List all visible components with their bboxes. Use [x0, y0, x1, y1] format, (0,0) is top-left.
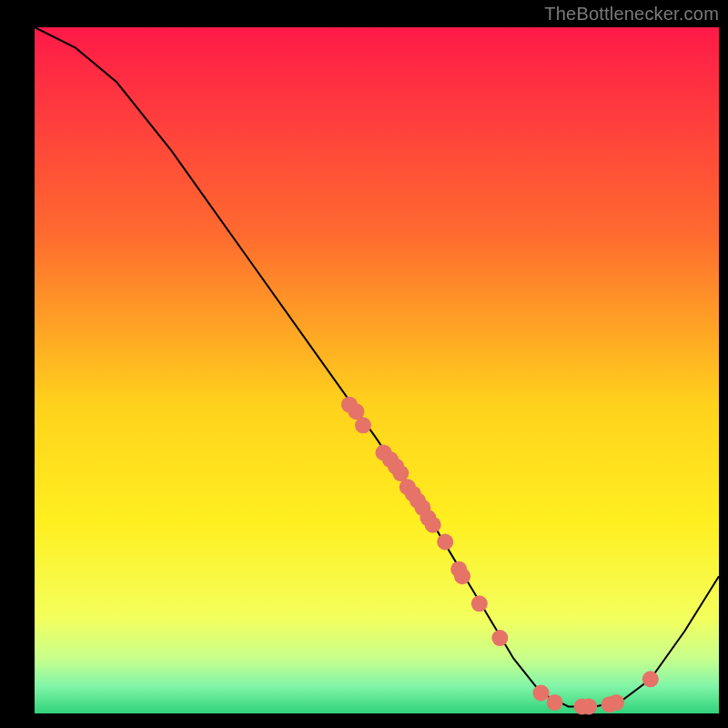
data-point: [454, 568, 470, 584]
data-point: [547, 694, 563, 711]
data-point: [491, 630, 508, 646]
data-point: [608, 694, 624, 711]
data-point: [532, 684, 549, 701]
data-point: [642, 671, 659, 687]
data-point: [425, 517, 441, 533]
data-point: [471, 595, 488, 612]
data-point: [437, 534, 453, 551]
gradient-background: [35, 27, 719, 713]
bottleneck-curve-chart: [0, 0, 728, 728]
data-point: [581, 698, 597, 714]
data-point: [355, 417, 371, 433]
